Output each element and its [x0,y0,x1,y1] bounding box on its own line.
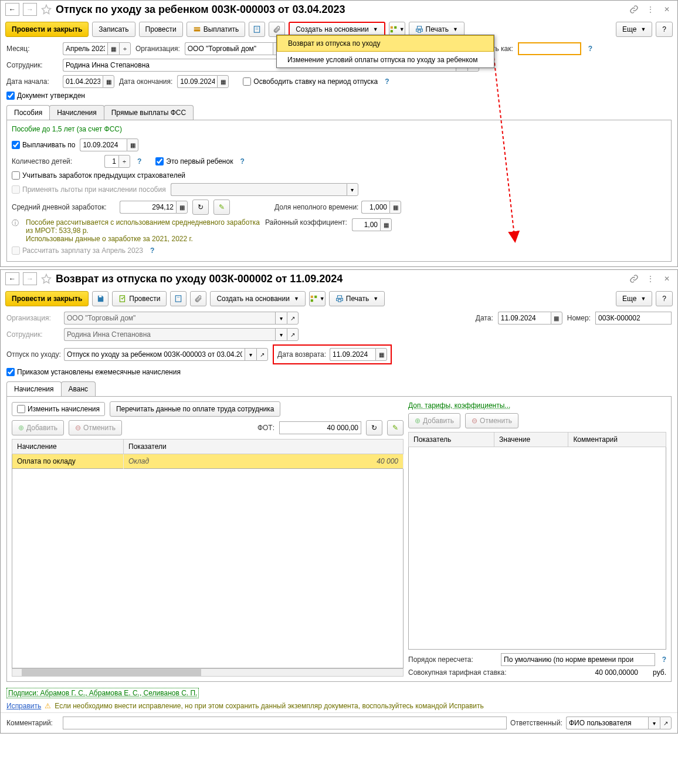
chevron-down-icon[interactable]: ▾ [275,328,287,341]
chevron-down-icon[interactable]: ▾ [245,348,256,361]
post-and-close-button[interactable]: Провести и закрыть [5,22,89,37]
chevron-down-icon[interactable]: ▾ [347,183,358,196]
open-icon[interactable]: ↗ [660,717,672,729]
add-button[interactable]: ⊕ Добавить [408,413,460,428]
report-icon-button[interactable] [170,291,187,306]
create-based-button[interactable]: Создать на основании▼ [210,291,305,306]
recalc-order-input[interactable] [501,653,655,666]
org-input[interactable]: ▾ ↗ [64,312,299,325]
employee-input[interactable]: ▾ ↗ [64,328,299,341]
end-date-input[interactable]: ▦ [177,75,229,88]
spinner-icon[interactable]: ÷ [119,42,131,55]
help-button[interactable]: ? [656,291,673,306]
calendar-icon[interactable]: ▦ [217,75,229,88]
region-coef-input[interactable]: ▦ [352,218,392,231]
calendar-icon[interactable]: ▦ [375,348,387,361]
tab-accruals[interactable]: Начисления [49,105,104,120]
post-and-close-button[interactable]: Провести и закрыть [5,291,89,306]
signatures-link[interactable]: Подписи: Абрамов Г. С., Абрамова Е. С., … [6,688,199,698]
tab-benefits[interactable]: Пособия [6,105,50,120]
nav-forward-button[interactable]: → [23,272,37,285]
refresh-icon-button[interactable]: ↻ [366,420,382,435]
dropdown-item-change-conditions[interactable]: Изменение условий оплаты отпуска по уход… [277,52,494,67]
kebab-icon[interactable]: ⋮ [645,4,656,15]
reread-button[interactable]: Перечитать данные по оплате труда сотруд… [110,401,280,417]
date-input[interactable]: ▦ [498,312,562,325]
chevron-down-icon[interactable]: ▾ [648,717,660,729]
spinner-icon[interactable]: ÷ [118,155,130,168]
print-button[interactable]: Печать▼ [329,291,385,306]
leave-input[interactable]: ▾ ↗ [64,348,268,361]
pay-until-date[interactable]: ▦ [80,138,138,151]
cancel-button[interactable]: ⊖ Отменить [69,420,122,435]
post-button[interactable]: Провести [112,291,167,306]
report-icon-button[interactable] [249,22,265,37]
children-stepper[interactable]: ÷ [104,155,130,168]
return-date-input[interactable]: ▦ [330,348,387,361]
post-button[interactable]: Провести [139,22,183,37]
calculator-icon[interactable]: ▦ [380,218,392,231]
close-icon[interactable]: ✕ [661,273,673,285]
recalc-checkbox[interactable]: Рассчитать зарплату за Апрель 2023 [12,246,143,255]
monthly-accruals-checkbox[interactable]: Приказом установлены ежемесячные начисле… [6,368,181,376]
kebab-icon[interactable]: ⋮ [645,273,656,285]
calculator-icon[interactable]: ▦ [389,201,401,214]
hint-icon[interactable]: ? [240,157,244,165]
change-accruals-checkbox[interactable]: Изменить начисления [12,402,105,416]
comment-input[interactable] [63,717,507,729]
scrollbar-horizontal[interactable] [12,668,404,677]
edit-icon-button[interactable]: ✎ [387,420,404,435]
open-icon[interactable]: ↗ [287,312,299,325]
nav-forward-button[interactable]: → [23,3,37,16]
pay-button[interactable]: Выплатить [187,22,246,37]
refresh-icon-button[interactable]: ↻ [192,200,209,215]
link-icon[interactable] [628,4,640,15]
number-input[interactable] [595,312,672,325]
benefits-select[interactable]: ▾ [171,183,358,196]
nav-back-button[interactable]: ← [5,3,19,16]
hint-icon[interactable]: ? [588,45,592,53]
table-row[interactable]: Оплата по окладу Оклад 40 000 [12,454,404,469]
hint-icon[interactable]: ? [662,655,666,664]
approved-checkbox[interactable]: Документ утвержден [6,92,85,100]
free-rate-checkbox[interactable]: Освободить ставку на период отпуска [243,77,378,86]
calendar-icon[interactable]: ▦ [107,42,119,55]
calendar-icon[interactable]: ▦ [103,75,114,88]
tab-accruals[interactable]: Начисления [6,381,62,396]
prev-employers-checkbox[interactable]: Учитывать заработок предыдущих страховат… [12,171,185,180]
more-button[interactable]: Еще▼ [616,22,652,37]
star-icon[interactable] [40,273,52,285]
close-icon[interactable]: ✕ [661,4,673,15]
open-icon[interactable]: ↗ [287,328,299,341]
more-button[interactable]: Еще▼ [616,291,652,306]
tab-advance[interactable]: Аванс [61,381,96,396]
attachment-icon-button[interactable] [190,291,206,306]
cancel-button[interactable]: ⊖ Отменить [465,413,518,428]
add-button[interactable]: ⊕ Добавить [12,420,64,435]
star-icon[interactable] [40,4,52,15]
nav-back-button[interactable]: ← [5,272,19,285]
hint-icon[interactable]: ? [385,77,389,86]
start-date-input[interactable]: ▦ [63,75,114,88]
chevron-down-icon[interactable]: ▾ [275,312,287,325]
save-icon-button[interactable] [92,291,109,306]
calendar-icon[interactable]: ▦ [551,312,562,325]
pay-until-checkbox[interactable]: Выплачивать по [12,141,75,149]
hint-icon[interactable]: ? [137,157,141,165]
paid-input[interactable] [518,42,581,55]
write-button[interactable]: Записать [92,22,135,37]
edit-icon-button[interactable]: ✎ [213,200,230,215]
hint-icon[interactable]: ? [150,246,154,255]
dropdown-item-return[interactable]: Возврат из отпуска по уходу [277,35,494,52]
fot-input[interactable] [279,421,361,434]
calculator-icon[interactable]: ▦ [176,201,188,214]
fix-link[interactable]: Исправить [6,702,41,710]
month-input[interactable]: ▦ ÷ [63,42,131,55]
help-button[interactable]: ? [656,22,673,37]
part-time-input[interactable]: ▦ [361,201,401,214]
link-icon[interactable] [628,273,640,285]
structure-icon-button[interactable]: ▼ [309,291,326,306]
first-child-checkbox[interactable]: Это первый ребенок [155,157,233,165]
extra-tariffs-link[interactable]: Доп. тарифы, коэффициенты... [408,401,510,410]
calendar-icon[interactable]: ▦ [127,138,138,151]
